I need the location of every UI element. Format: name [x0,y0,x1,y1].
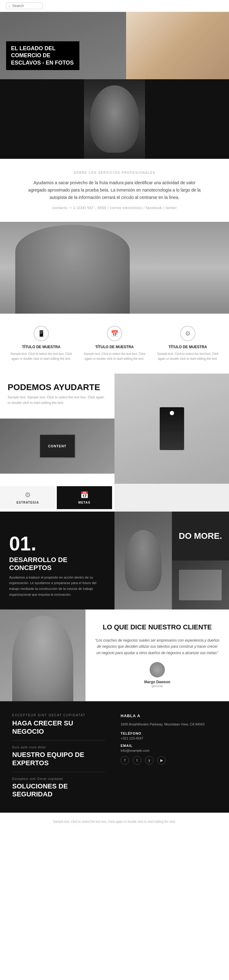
footer-top: Excepteur sint Oecat cupidatat HAGA CREC… [0,701,229,812]
search-icon: ⌕ [9,4,11,8]
estrategia-metas-row: ⚙ ESTRATEGIA 📅 METAS [0,484,115,512]
estrategia-icon: ⚙ [3,491,52,499]
footer-headline-3: SOLUCIONES DE SEGURIDAD [12,782,105,799]
testimonial-quote: "Los coaches de negocios suelen ser empr… [95,637,220,656]
content-label: CONTENT [48,444,66,448]
hero-section: EL LEGADO DEL COMERCIO DE ESCLAVOS - EN … [0,12,229,79]
portrait-section [0,79,229,159]
podemos-desc: Sample text. Sample text. Click to selec… [8,395,107,406]
phone-icon: 📱 [33,326,49,341]
footer-headline-2: NUESTRO EQUIPO DE EXPERTOS [12,751,105,767]
portrait-face [90,85,139,153]
icon-text-2: Sample text. Click to select the text bo… [82,352,147,361]
dark-left-content: 01. DESARROLLO DE CONCEPTOS Ayudamos a t… [0,512,115,609]
icon-title-1: TÍTULO DE MUESTRA [9,345,73,349]
footer-contact-heading: HABLA A [121,714,217,718]
testimonial-title: LO QUE DICE NUESTRO CLIENTE [103,623,212,631]
desarrollo-title: DESARROLLO DE CONCEPTOS [9,556,105,572]
footer-headline-1: HAGA CRECER SU NEGOCIO [12,719,105,735]
podemos-right-bottom [115,484,229,512]
do-more-panel: DO MORE. [172,512,229,560]
footer-phone-label: TELÉFONO [121,732,217,735]
icon-title-2: TÍTULO DE MUESTRA [82,345,147,349]
icon-text-1: Sample text. Click to select the text bo… [9,352,73,361]
hero-title: EL LEGADO DEL COMERCIO DE ESCLAVOS - EN … [11,45,74,67]
testimonial-image [0,609,85,701]
podemos-laptop-image: CONTENT [0,418,115,474]
search-input[interactable] [12,4,36,8]
icon-title-3: TÍTULO DE MUESTRA [156,345,220,349]
footer-left: Excepteur sint Oecat cupidatat HAGA CREC… [12,714,115,803]
footer-eyebrow-3: Excepteur sint Oecat cupidatat [12,777,105,781]
person-shape [125,530,161,591]
testimonial-avatar [150,662,165,678]
desarrollo-section: 01. DESARROLLO DE CONCEPTOS Ayudamos a t… [0,512,229,609]
youtube-icon[interactable]: y [145,756,153,765]
icons-section: 📱 TÍTULO DE MUESTRA Sample text. Click t… [0,313,229,374]
icon-text-3: Sample text. Click to select the text bo… [156,352,220,361]
laptop-screen: CONTENT [39,434,76,458]
testimonial-person [12,616,73,701]
calendar-icon: 📅 [107,326,122,341]
icon-card-1: 📱 TÍTULO DE MUESTRA Sample text. Click t… [6,323,76,364]
metas-label: METAS [60,501,109,504]
estrategia-card: ⚙ ESTRATEGIA [0,486,55,509]
desarrollo-number: 01. [9,534,105,554]
podemos-heading: PODEMOS AYUDARTE [8,383,107,392]
footer-eyebrow-2: Duis aute irure dolor [12,746,105,749]
estrategia-label: ESTRATEGIA [3,501,52,504]
footer-right: HABLA A 1600 Amphitheatre Parkway, Mount… [115,714,217,803]
footer-email-label: EMAIL [121,744,217,748]
testimonial-name: Margo Dawson [144,680,170,684]
testimonial-content: LO QUE DICE NUESTRO CLIENTE "Los coaches… [85,609,229,701]
about-section: SOBRE LOS SERVICIOS PROFESIONALES Ayudam… [0,159,229,222]
about-text: Ayudamos a sacar provecho de la fruta ma… [24,179,205,201]
footer-address: 1600 Amphitheatre Parkway, Mountaian Vie… [121,722,217,727]
testimonial-section: LO QUE DICE NUESTRO CLIENTE "Los coaches… [0,609,229,701]
footer-bottom-text: Sample text. Click to select the text bo… [9,819,220,824]
do-more-text: DO MORE. [178,531,222,541]
dark-right-images: DO MORE. [115,512,229,609]
metas-icon: 📅 [60,491,109,499]
podemos-section: PODEMOS AYUDARTE Sample text. Sample tex… [0,374,229,512]
play-icon[interactable]: ▶ [157,756,166,765]
large-img-bg [0,222,229,313]
navigation: ⌕ [0,0,229,12]
tag-decoration [160,407,184,450]
contact-line: contacto: + 1 (234) 567 - 8900 / correo … [24,206,205,210]
icon-card-2: 📅 TÍTULO DE MUESTRA Sample text. Click t… [79,323,150,364]
desk-panel [172,560,229,609]
facebook-icon[interactable]: f [121,756,129,765]
social-icons-row: f t y ▶ [121,756,217,765]
hero-right-panel [126,12,229,79]
footer-divider-1 [12,740,105,741]
footer-eyebrow-1: Excepteur sint Oecat cupidatat [12,714,105,717]
large-image-section [0,222,229,313]
footer-email-value: info@example.com [121,749,217,752]
hero-title-box: EL LEGADO DEL COMERCIO DE ESCLAVOS - EN … [6,41,79,70]
desk-image [179,570,222,600]
podemos-text: PODEMOS AYUDARTE Sample text. Sample tex… [0,374,115,418]
footer-bottom: Sample text. Click to select the text bo… [0,813,229,830]
podemos-tag-image [115,374,229,484]
footer-phone-value: +321 123-4547 [121,737,217,740]
footer-divider-2 [12,772,105,772]
desarrollo-desc: Ayudamos a traducir el propósito en acci… [9,574,105,598]
twitter-icon[interactable]: t [133,756,141,765]
dark-person-image [115,512,172,609]
portrait-image [84,79,145,159]
about-label: SOBRE LOS SERVICIOS PROFESIONALES [24,171,205,174]
metas-card: 📅 METAS [57,486,112,509]
gear-icon: ⚙ [180,326,196,341]
testimonial-role: gerente [152,684,163,688]
icon-card-3: ⚙ TÍTULO DE MUESTRA Sample text. Click t… [153,323,223,364]
search-box[interactable]: ⌕ [6,2,43,9]
